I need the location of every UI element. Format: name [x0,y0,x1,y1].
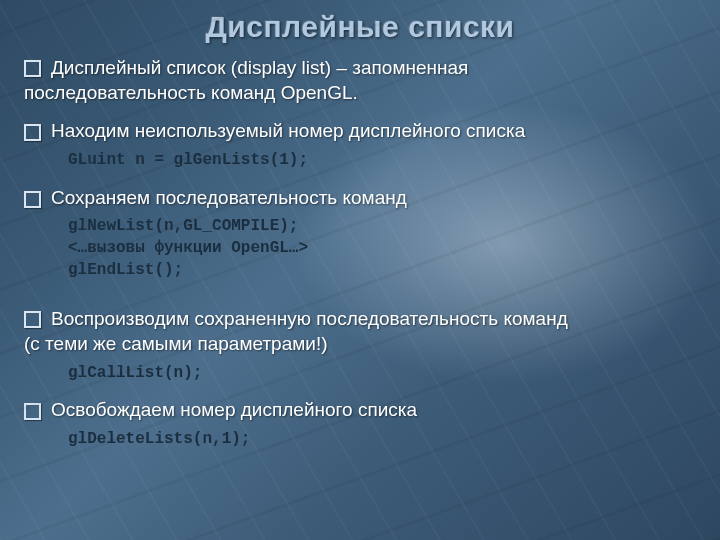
bullet-icon [24,311,41,328]
bullet-text: Дисплейный список (display list) – запом… [51,57,468,78]
bullet-icon [24,124,41,141]
bullet-block-3: Сохраняем последовательность команд glNe… [24,186,696,281]
bullet-icon [24,403,41,420]
code-snippet-deletelists: glDeleteLists(n,1); [68,429,696,451]
bullet-text: Сохраняем последовательность команд [51,186,407,211]
bullet-text-cont: последовательность команд OpenGL. [24,81,696,106]
bullet-block-1: Дисплейный список (display list) – запом… [24,56,696,105]
bullet-icon [24,191,41,208]
bullet-block-5: Освобождаем номер дисплейного списка glD… [24,398,696,450]
bullet-text-cont: (с теми же самыми параметрами!) [24,332,696,357]
bullet-block-4: Воспроизводим сохраненную последовательн… [24,307,696,384]
bullet-text: Воспроизводим сохраненную последовательн… [51,308,568,329]
bullet-block-2: Находим неиспользуемый номер дисплейного… [24,119,696,171]
code-snippet-newlist: glNewList(n,GL_COMPILE); <…вызовы функци… [68,216,696,281]
code-snippet-calllist: glCallList(n); [68,363,696,385]
bullet-text: Находим неиспользуемый номер дисплейного… [51,119,525,144]
bullet-text: Освобождаем номер дисплейного списка [51,398,417,423]
slide-title: Дисплейные списки [0,10,720,44]
code-snippet-genlists: GLuint n = glGenLists(1); [68,150,696,172]
bullet-icon [24,60,41,77]
slide: Дисплейные списки Дисплейный список (dis… [0,0,720,540]
slide-content: Дисплейный список (display list) – запом… [24,56,696,464]
